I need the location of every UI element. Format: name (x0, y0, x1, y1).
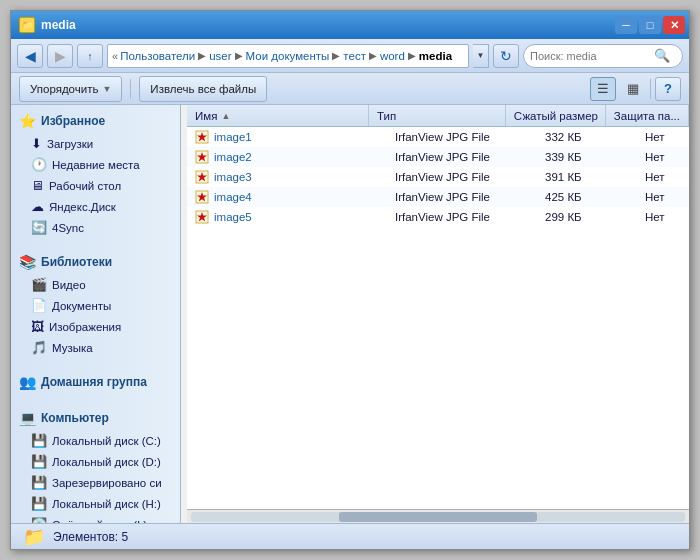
col-header-type[interactable]: Тип (369, 105, 506, 126)
view-details-button[interactable]: ☰ (590, 77, 616, 101)
libraries-icon: 📚 (19, 254, 36, 270)
sidebar-item-disk-i[interactable]: 💽 Съёмный диск (I:) (11, 514, 180, 523)
breadcrumb-user[interactable]: user (209, 50, 231, 62)
sidebar: ⭐ Избранное ⬇ Загрузки 🕐 Недавние места … (11, 105, 181, 523)
toolbar-separator (130, 79, 131, 99)
table-row[interactable]: image3 IrfanView JPG File 391 КБ Нет (187, 167, 689, 187)
file-list-body: image1 IrfanView JPG File 332 КБ Нет ima… (187, 127, 689, 509)
sidebar-item-downloads[interactable]: ⬇ Загрузки (11, 133, 180, 154)
organize-button[interactable]: Упорядочить ▼ (19, 76, 122, 102)
breadcrumb-word[interactable]: word (380, 50, 405, 62)
sidebar-item-disk-h[interactable]: 💾 Локальный диск (H:) (11, 493, 180, 514)
favorites-icon: ⭐ (19, 113, 36, 129)
file-type-icon (195, 150, 209, 164)
downloads-icon: ⬇ (31, 136, 42, 151)
disk-c-icon: 💾 (31, 433, 47, 448)
recent-icon: 🕐 (31, 157, 47, 172)
sidebar-item-documents[interactable]: 📄 Документы (11, 295, 180, 316)
sidebar-item-video[interactable]: 🎬 Видео (11, 274, 180, 295)
sidebar-header-libraries[interactable]: 📚 Библиотеки (11, 250, 180, 274)
breadcrumb-users[interactable]: Пользователи (120, 50, 195, 62)
file-type-cell: IrfanView JPG File (387, 167, 537, 187)
file-type-cell: IrfanView JPG File (387, 187, 537, 207)
sidebar-header-favorites[interactable]: ⭐ Избранное (11, 109, 180, 133)
sidebar-item-recent[interactable]: 🕐 Недавние места (11, 154, 180, 175)
disk-h-icon: 💾 (31, 496, 47, 511)
table-row[interactable]: image4 IrfanView JPG File 425 КБ Нет (187, 187, 689, 207)
forward-button[interactable]: ▶ (47, 44, 73, 68)
back-button[interactable]: ◀ (17, 44, 43, 68)
breadcrumb-dropdown[interactable]: ▼ (473, 44, 489, 68)
toolbar: Упорядочить ▼ Извлечь все файлы ☰ ▦ ? (11, 73, 689, 105)
view-icons-button[interactable]: ▦ (620, 77, 646, 101)
sidebar-header-homegroup[interactable]: 👥 Домашняя группа (11, 370, 180, 394)
refresh-button[interactable]: ↻ (493, 44, 519, 68)
disk-d-icon: 💾 (31, 454, 47, 469)
search-input[interactable] (530, 50, 650, 62)
table-row[interactable]: image1 IrfanView JPG File 332 КБ Нет (187, 127, 689, 147)
file-protection-cell: Нет (637, 207, 689, 227)
main-content: ⭐ Избранное ⬇ Загрузки 🕐 Недавние места … (11, 105, 689, 523)
desktop-icon: 🖥 (31, 178, 44, 193)
hscroll-track[interactable] (191, 512, 685, 522)
toolbar-right: ☰ ▦ ? (590, 77, 681, 101)
maximize-button[interactable]: □ (639, 16, 661, 34)
col-header-size[interactable]: Сжатый размер (506, 105, 606, 126)
breadcrumb-prefix: « (112, 50, 118, 62)
up-button[interactable]: ↑ (77, 44, 103, 68)
file-type-icon (195, 170, 209, 184)
breadcrumb-bar: « Пользователи ▶ user ▶ Мои документы ▶ … (107, 44, 469, 68)
sidebar-item-desktop[interactable]: 🖥 Рабочий стол (11, 175, 180, 196)
titlebar: 📁 media ─ □ ✕ (11, 11, 689, 39)
explorer-window: 📁 media ─ □ ✕ ◀ ▶ ↑ « Пользователи ▶ use… (10, 10, 690, 550)
file-type-icon (195, 210, 209, 224)
titlebar-controls: ─ □ ✕ (615, 16, 685, 34)
breadcrumb-test[interactable]: тест (343, 50, 366, 62)
reserved-icon: 💾 (31, 475, 47, 490)
col-header-protection[interactable]: Защита па... (606, 105, 689, 126)
computer-icon: 💻 (19, 410, 36, 426)
file-name-cell: image2 (187, 147, 387, 167)
statusbar: 📁 Элементов: 5 (11, 523, 689, 549)
col-header-name[interactable]: Имя ▲ (187, 105, 369, 126)
breadcrumb-current[interactable]: media (419, 50, 452, 62)
file-name-cell: image4 (187, 187, 387, 207)
file-size-cell: 391 КБ (537, 167, 637, 187)
sidebar-item-yandex[interactable]: ☁ Яндекс.Диск (11, 196, 180, 217)
sidebar-section-libraries: 📚 Библиотеки 🎬 Видео 📄 Документы 🖼 Изобр… (11, 250, 180, 358)
search-bar[interactable]: 🔍 (523, 44, 683, 68)
extract-button[interactable]: Извлечь все файлы (139, 76, 267, 102)
file-type-cell: IrfanView JPG File (387, 127, 537, 147)
sidebar-section-favorites: ⭐ Избранное ⬇ Загрузки 🕐 Недавние места … (11, 109, 180, 238)
file-type-icon (195, 190, 209, 204)
hscroll-bar[interactable] (187, 509, 689, 523)
titlebar-left: 📁 media (19, 17, 76, 33)
video-icon: 🎬 (31, 277, 47, 292)
sidebar-item-disk-d[interactable]: 💾 Локальный диск (D:) (11, 451, 180, 472)
toolbar-sep2 (650, 79, 651, 99)
minimize-button[interactable]: ─ (615, 16, 637, 34)
sidebar-item-music[interactable]: 🎵 Музыка (11, 337, 180, 358)
sidebar-item-images[interactable]: 🖼 Изображения (11, 316, 180, 337)
addressbar: ◀ ▶ ↑ « Пользователи ▶ user ▶ Мои докуме… (11, 39, 689, 73)
table-row[interactable]: image2 IrfanView JPG File 339 КБ Нет (187, 147, 689, 167)
file-size-cell: 332 КБ (537, 127, 637, 147)
file-name-cell: image1 (187, 127, 387, 147)
sidebar-item-4sync[interactable]: 🔄 4Sync (11, 217, 180, 238)
sync-icon: 🔄 (31, 220, 47, 235)
sidebar-header-computer[interactable]: 💻 Компьютер (11, 406, 180, 430)
table-row[interactable]: image5 IrfanView JPG File 299 КБ Нет (187, 207, 689, 227)
file-name-cell: image3 (187, 167, 387, 187)
homegroup-icon: 👥 (19, 374, 36, 390)
help-button[interactable]: ? (655, 77, 681, 101)
search-icon[interactable]: 🔍 (654, 48, 670, 64)
sidebar-section-homegroup: 👥 Домашняя группа (11, 370, 180, 394)
breadcrumb-mydocs[interactable]: Мои документы (246, 50, 330, 62)
hscroll-thumb[interactable] (339, 512, 537, 522)
file-list-header: Имя ▲ Тип Сжатый размер Защита па... (187, 105, 689, 127)
close-button[interactable]: ✕ (663, 16, 685, 34)
sidebar-item-reserved[interactable]: 💾 Зарезервировано си (11, 472, 180, 493)
file-size-cell: 425 КБ (537, 187, 637, 207)
music-icon: 🎵 (31, 340, 47, 355)
sidebar-item-disk-c[interactable]: 💾 Локальный диск (C:) (11, 430, 180, 451)
